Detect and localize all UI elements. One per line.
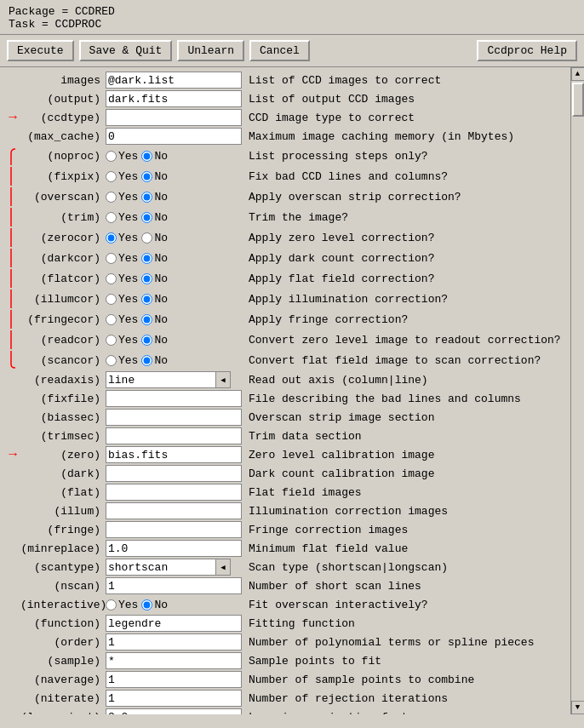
- radio-no-flatcor[interactable]: [141, 273, 152, 284]
- input-naverage[interactable]: [106, 671, 242, 688]
- radio-yes-label-fixpix[interactable]: Yes: [106, 170, 138, 183]
- radio-yes-label-illumcor[interactable]: Yes: [106, 293, 138, 306]
- radio-no-label-zerocor[interactable]: No: [141, 232, 168, 244]
- select-readaxis[interactable]: [106, 371, 216, 388]
- radio-yes-zerocor[interactable]: [106, 232, 117, 244]
- radio-yes-fringecor[interactable]: [106, 314, 117, 325]
- input-minreplace[interactable]: [106, 540, 242, 557]
- input-illum[interactable]: [106, 502, 242, 519]
- input-output[interactable]: [106, 90, 242, 107]
- brace-mid-illumcor: [5, 289, 20, 308]
- input-dark[interactable]: [106, 465, 242, 482]
- radio-yes-flatcor[interactable]: [106, 273, 117, 284]
- radio-yes-label-readcor[interactable]: Yes: [106, 334, 138, 347]
- param-desc-fringecor: Apply fringe correction?: [242, 313, 565, 326]
- param-control-trimsec: [106, 427, 242, 444]
- input-biassec[interactable]: [106, 409, 242, 426]
- radio-no-label-fixpix[interactable]: No: [141, 170, 168, 183]
- input-flat[interactable]: [106, 484, 242, 501]
- save-quit-button[interactable]: Save & Quit: [79, 40, 173, 61]
- radio-yes-label-trim[interactable]: Yes: [106, 211, 138, 224]
- radio-no-label-fringecor[interactable]: No: [141, 313, 168, 326]
- param-control-ccdtype: [106, 109, 242, 126]
- unlearn-button[interactable]: Unlearn: [177, 40, 244, 61]
- param-control-scantype: ◀: [106, 559, 242, 576]
- param-desc-readaxis: Read out axis (column|line): [242, 374, 565, 387]
- radio-no-fringecor[interactable]: [141, 314, 152, 325]
- input-order[interactable]: [106, 633, 242, 651]
- brace-mid-overscan: [5, 187, 20, 206]
- radio-no-label-trim[interactable]: No: [141, 211, 168, 224]
- radio-no-zerocor[interactable]: [141, 232, 152, 244]
- execute-button[interactable]: Execute: [7, 40, 74, 61]
- param-row-fringe: (fringe)Fringe correction images: [2, 520, 569, 539]
- radio-yes-illumcor[interactable]: [106, 294, 117, 305]
- param-desc-flat: Flat field images: [242, 486, 565, 499]
- radio-no-illumcor[interactable]: [141, 294, 152, 305]
- radio-no-overscan[interactable]: [141, 192, 152, 203]
- radio-no-noproc[interactable]: [141, 151, 152, 162]
- radio-no-darkcor[interactable]: [141, 253, 152, 264]
- radio-no-label-noproc[interactable]: No: [141, 150, 168, 163]
- radio-no-label-overscan[interactable]: No: [141, 191, 168, 203]
- radio-yes-interactive[interactable]: [106, 599, 117, 610]
- input-low_reject[interactable]: [106, 708, 242, 714]
- input-niterate[interactable]: [106, 690, 242, 707]
- radio-no-interactive[interactable]: [141, 599, 152, 610]
- package-line: Package = CCDRED: [9, 5, 575, 18]
- param-control-niterate: [106, 690, 242, 707]
- help-button[interactable]: Ccdproc Help: [477, 40, 577, 61]
- select-arrow-scantype[interactable]: ◀: [215, 559, 231, 576]
- brace-mid-trim: [5, 208, 20, 226]
- input-fixfile[interactable]: [106, 390, 242, 407]
- radio-yes-noproc[interactable]: [106, 151, 117, 162]
- scroll-thumb[interactable]: [572, 83, 584, 117]
- radio-no-label-readcor[interactable]: No: [141, 334, 168, 347]
- input-ccdtype[interactable]: [106, 109, 242, 126]
- param-row-output: (output)List of output CCD images: [2, 89, 569, 108]
- input-fringe[interactable]: [106, 521, 242, 538]
- radio-yes-label-fringecor[interactable]: Yes: [106, 313, 138, 326]
- radio-no-label-darkcor[interactable]: No: [141, 252, 168, 265]
- cancel-button[interactable]: Cancel: [249, 40, 310, 61]
- radio-yes-readcor[interactable]: [106, 335, 117, 346]
- radio-yes-label-interactive[interactable]: Yes: [106, 599, 138, 611]
- input-trimsec[interactable]: [106, 427, 242, 444]
- param-row-trimsec: (trimsec)Trim data section: [2, 427, 569, 445]
- radio-yes-label-noproc[interactable]: Yes: [106, 150, 138, 163]
- select-scantype[interactable]: [106, 559, 216, 576]
- radio-no-trim[interactable]: [141, 212, 152, 223]
- radio-yes-label-scancor[interactable]: Yes: [106, 354, 138, 367]
- param-row-fringecor: (fringecor)YesNoApply fringe correction?: [2, 309, 569, 330]
- select-arrow-readaxis[interactable]: ◀: [215, 371, 231, 388]
- radio-yes-label-overscan[interactable]: Yes: [106, 191, 138, 203]
- radio-no-label-flatcor[interactable]: No: [141, 272, 168, 285]
- input-zero[interactable]: [106, 446, 242, 463]
- input-sample[interactable]: [106, 652, 242, 669]
- radio-no-label-interactive[interactable]: No: [141, 599, 168, 611]
- param-label-images: images: [20, 74, 106, 87]
- scroll-down-button[interactable]: ▼: [571, 701, 585, 714]
- radio-no-scancor[interactable]: [141, 355, 152, 366]
- radio-yes-overscan[interactable]: [106, 192, 117, 203]
- radio-no-label-illumcor[interactable]: No: [141, 293, 168, 306]
- radio-yes-label-flatcor[interactable]: Yes: [106, 272, 138, 285]
- scroll-up-button[interactable]: ▲: [571, 67, 585, 81]
- brace-mid-darkcor: [5, 249, 20, 267]
- scrollbar[interactable]: ▲ ▼: [570, 67, 584, 714]
- input-nscan[interactable]: [106, 577, 242, 594]
- radio-yes-label-darkcor[interactable]: Yes: [106, 252, 138, 265]
- input-function[interactable]: [106, 615, 242, 632]
- radio-yes-scancor[interactable]: [106, 355, 117, 366]
- radio-no-label-scancor[interactable]: No: [141, 354, 168, 367]
- input-images[interactable]: [106, 72, 242, 89]
- radio-yes-fixpix[interactable]: [106, 171, 117, 182]
- radio-no-readcor[interactable]: [141, 335, 152, 346]
- radio-no-fixpix[interactable]: [141, 171, 152, 182]
- param-label-sample: (sample): [20, 655, 106, 668]
- radio-yes-label-zerocor[interactable]: Yes: [106, 232, 138, 244]
- input-max_cache[interactable]: [106, 128, 242, 145]
- radio-yes-trim[interactable]: [106, 212, 117, 223]
- param-row-illum: (illum)Illumination correction images: [2, 502, 569, 520]
- radio-yes-darkcor[interactable]: [106, 253, 117, 264]
